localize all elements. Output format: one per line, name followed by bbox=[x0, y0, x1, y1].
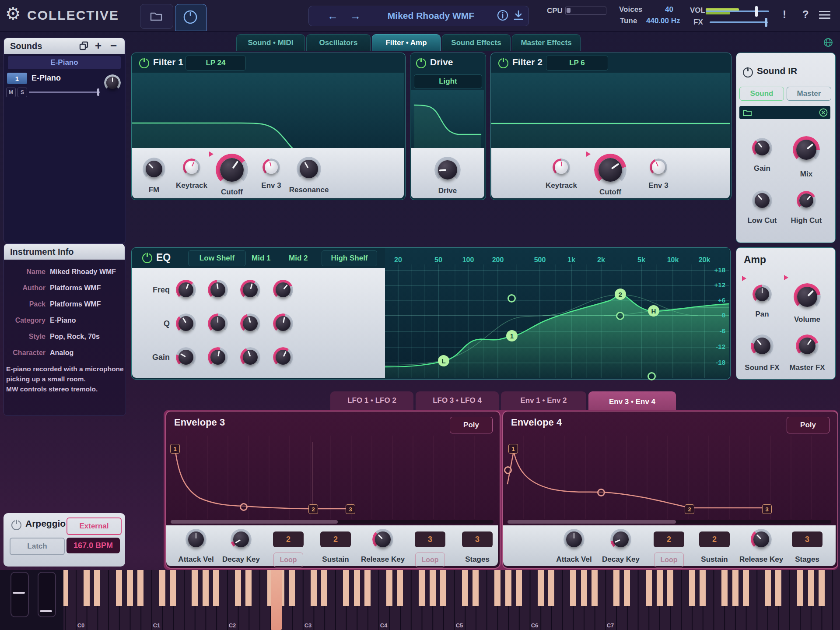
arpeggio-sync-button[interactable]: External bbox=[66, 517, 122, 535]
filter1-env-knob[interactable] bbox=[262, 158, 280, 176]
filter2-mode-select[interactable]: LP 6 bbox=[546, 56, 608, 70]
tab-oscillators[interactable]: Oscillators bbox=[306, 34, 371, 51]
eq-node-high-shelf[interactable]: H bbox=[648, 305, 659, 317]
info-icon[interactable] bbox=[497, 10, 508, 21]
preset-next-button[interactable]: → bbox=[350, 10, 361, 22]
tab-lfo-3-4[interactable]: LFO 3 • LFO 4 bbox=[416, 391, 499, 410]
env4-sustain-value[interactable]: 2 bbox=[699, 531, 730, 547]
env3-attack-knob[interactable] bbox=[186, 529, 206, 550]
sound-volume-knob[interactable] bbox=[104, 74, 121, 91]
env3-stages-value[interactable]: 3 bbox=[462, 531, 493, 547]
env3-node-3[interactable]: 3 bbox=[346, 504, 355, 514]
eq-q-knob-1[interactable] bbox=[176, 313, 196, 334]
eq-freq-knob-2[interactable] bbox=[208, 280, 228, 300]
piano-keyboard[interactable]: C0 C1 C2 C3 C4 C5 C6 C7 bbox=[63, 570, 840, 630]
env3-sustain-value[interactable]: 2 bbox=[320, 531, 351, 547]
envelope4-graph[interactable] bbox=[503, 436, 836, 519]
sound-group-selected[interactable]: E-Piano bbox=[8, 56, 121, 69]
sound-ir-file-bar[interactable] bbox=[739, 106, 830, 119]
filter2-keytrack-knob[interactable] bbox=[553, 158, 570, 176]
eq-q-knob-4[interactable] bbox=[273, 313, 293, 334]
env4-loop-value[interactable]: 2 bbox=[654, 531, 684, 547]
sound-level-slider-track[interactable] bbox=[29, 92, 100, 93]
sound-ir-master-button[interactable]: Master bbox=[787, 87, 831, 101]
pressed-key[interactable] bbox=[271, 570, 282, 630]
ir-lowcut-knob[interactable] bbox=[752, 190, 772, 211]
pan-knob[interactable] bbox=[752, 285, 772, 304]
eq-gain-knob-2[interactable] bbox=[208, 347, 228, 367]
env3-handle-ring[interactable] bbox=[240, 503, 248, 511]
tab-filter-amp[interactable]: Filter • Amp bbox=[372, 34, 441, 51]
filter1-mode-select[interactable]: LP 24 bbox=[186, 56, 246, 70]
env3-loop2-value[interactable]: 3 bbox=[415, 531, 445, 547]
filter2-power-icon[interactable] bbox=[498, 58, 508, 68]
envelope4-poly-button[interactable]: Poly bbox=[787, 417, 830, 433]
eq-band-low-shelf[interactable]: Low Shelf bbox=[188, 250, 246, 266]
arpeggio-power-icon[interactable] bbox=[11, 520, 21, 530]
alert-button[interactable]: ! bbox=[783, 8, 786, 21]
tab-sound-effects[interactable]: Sound Effects bbox=[442, 34, 511, 51]
filter2-env-knob[interactable] bbox=[650, 158, 667, 176]
download-icon[interactable] bbox=[513, 10, 524, 21]
drive-knob[interactable] bbox=[434, 157, 461, 183]
env3-decay-knob[interactable] bbox=[231, 529, 252, 550]
drive-power-icon[interactable] bbox=[416, 58, 426, 68]
env3-node-2[interactable]: 2 bbox=[308, 504, 318, 514]
env3-loop2-button[interactable]: Loop bbox=[415, 553, 445, 567]
filter1-power-icon[interactable] bbox=[139, 58, 149, 68]
menu-icon[interactable] bbox=[819, 11, 830, 19]
sound-ir-power-icon[interactable] bbox=[743, 67, 753, 77]
env3-loop1-value[interactable]: 2 bbox=[273, 531, 304, 547]
fm-knob[interactable] bbox=[143, 158, 165, 180]
amp-volume-knob[interactable] bbox=[794, 283, 821, 310]
env4-node-2[interactable]: 2 bbox=[685, 504, 694, 514]
env3-node-1[interactable]: 1 bbox=[170, 444, 180, 454]
env4-scrollbar-track[interactable] bbox=[508, 520, 831, 524]
envelope3-graph[interactable] bbox=[166, 436, 498, 519]
eq-freq-knob-1[interactable] bbox=[176, 280, 196, 300]
eq-gain-knob-4[interactable] bbox=[273, 347, 293, 367]
eq-node-mid1[interactable]: 1 bbox=[506, 330, 518, 341]
add-sound-button[interactable]: + bbox=[95, 39, 102, 53]
voices-value[interactable]: 40 bbox=[665, 5, 673, 14]
black-keys[interactable] bbox=[63, 570, 840, 606]
env4-decay-knob[interactable] bbox=[610, 529, 631, 550]
folder-icon[interactable] bbox=[743, 109, 752, 116]
env3-loop1-button[interactable]: Loop bbox=[273, 553, 303, 567]
env4-handle-ring[interactable] bbox=[504, 466, 512, 474]
env4-attack-knob[interactable] bbox=[564, 529, 584, 550]
env4-node-1[interactable]: 1 bbox=[508, 444, 518, 454]
tab-sound-midi[interactable]: Sound • MIDI bbox=[236, 34, 305, 51]
envelope3-poly-button[interactable]: Poly bbox=[450, 417, 493, 433]
volume-slider-thumb[interactable] bbox=[755, 6, 758, 17]
tab-lfo-1-2[interactable]: LFO 1 • LFO 2 bbox=[330, 391, 413, 410]
mute-button[interactable]: M bbox=[6, 88, 16, 97]
eq-handle-ring[interactable] bbox=[508, 294, 516, 303]
eq-q-knob-2[interactable] bbox=[208, 313, 228, 334]
eq-freq-knob-3[interactable] bbox=[240, 280, 260, 300]
arpeggio-latch-button[interactable]: Latch bbox=[10, 538, 65, 555]
ir-gain-knob[interactable] bbox=[752, 138, 772, 158]
help-button[interactable]: ? bbox=[802, 8, 809, 21]
browser-tab[interactable] bbox=[140, 4, 173, 29]
fx-slider-track[interactable] bbox=[710, 21, 768, 23]
fx-slider-thumb[interactable] bbox=[765, 18, 767, 27]
preset-name[interactable]: Miked Rhoady WMF bbox=[374, 11, 488, 21]
env4-scrollbar-thumb[interactable] bbox=[508, 520, 676, 524]
preset-prev-button[interactable]: ← bbox=[327, 10, 338, 22]
eq-handle-ring[interactable] bbox=[616, 312, 624, 320]
env4-loop-button[interactable]: Loop bbox=[654, 553, 684, 567]
eq-band-mid1[interactable]: Mid 1 bbox=[252, 254, 270, 263]
ir-highcut-knob[interactable] bbox=[797, 191, 816, 210]
env4-node-3[interactable]: 3 bbox=[762, 504, 772, 514]
eq-node-low-shelf[interactable]: L bbox=[438, 355, 449, 366]
env3-scrollbar-track[interactable] bbox=[171, 520, 494, 524]
filter1-resonance-knob[interactable] bbox=[297, 157, 321, 181]
eq-power-icon[interactable] bbox=[142, 253, 152, 263]
master-fx-knob[interactable] bbox=[796, 334, 819, 357]
filter1-cutoff-knob[interactable] bbox=[216, 154, 248, 186]
performance-tab[interactable] bbox=[175, 4, 206, 31]
ir-mix-knob[interactable] bbox=[793, 136, 820, 163]
eq-handle-ring[interactable] bbox=[648, 372, 656, 380]
sound-slot-name[interactable]: E-Piano bbox=[32, 74, 61, 83]
